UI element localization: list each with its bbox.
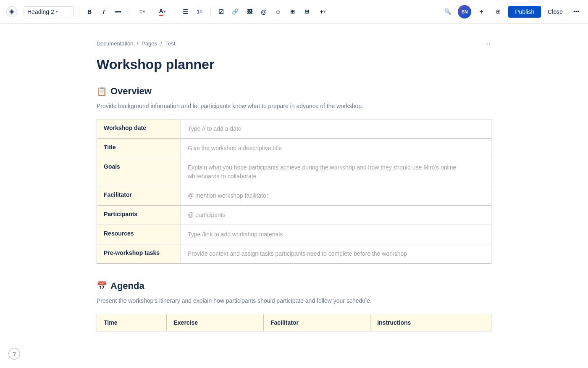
agenda-icon: 📅 [97, 281, 107, 291]
overview-section: 📋 Overview Provide background informatio… [97, 86, 491, 264]
heading-dropdown-label: Heading 2 [27, 8, 54, 15]
table-value-facilitator[interactable]: @ mention workshop facilitator [181, 186, 491, 206]
table-label-resources: Resources [97, 225, 181, 244]
columns-icon: ⊟ [304, 8, 309, 15]
more-dots-icon: ••• [573, 8, 579, 15]
table-row: Workshop date Type // to add a date [97, 119, 491, 139]
image-button[interactable]: 🖼 [243, 5, 256, 19]
bullet-list-button[interactable]: ☰ [178, 5, 192, 19]
insert-more-button[interactable]: + ▾ [314, 5, 331, 19]
breadcrumb-pages[interactable]: Pages [142, 40, 157, 47]
breadcrumb-sep-2: / [160, 40, 162, 47]
table-button[interactable]: ⊞ [286, 5, 299, 19]
agenda-heading-text: Agenda [110, 281, 144, 291]
table-label-facilitator: Facilitator [97, 186, 181, 206]
table-value-participants[interactable]: @ participants [181, 206, 491, 225]
overview-heading: 📋 Overview [97, 86, 491, 97]
search-icon: 🔍 [444, 8, 452, 15]
align-button[interactable]: ≡ ▾ [133, 5, 151, 19]
agenda-col-instructions: Instructions [370, 314, 491, 331]
expand-width-icon[interactable]: ↔ [485, 40, 491, 48]
table-value-resources[interactable]: Type /link to add workshop materials [181, 225, 491, 244]
breadcrumb-test[interactable]: Test [165, 40, 176, 47]
agenda-heading: 📅 Agenda [97, 281, 491, 291]
bold-icon: B [87, 8, 92, 15]
toolbar-divider-2 [129, 7, 129, 17]
numbered-list-icon: 1≡ [197, 9, 202, 15]
close-button[interactable]: Close [544, 6, 566, 18]
table-row: Goals Explain what you hope participants… [97, 158, 491, 186]
more-format-button[interactable]: ••• [111, 5, 125, 19]
link-icon: 🔗 [232, 8, 239, 15]
extra-options-button[interactable]: ••• [570, 5, 583, 19]
page-title[interactable]: Workshop planner [97, 57, 491, 72]
overview-icon: 📋 [97, 86, 107, 96]
list-group: ☰ 1≡ [178, 5, 206, 19]
more-format-icon: ••• [115, 8, 121, 15]
table-label-participants: Participants [97, 206, 181, 225]
align-chevron-icon: ▾ [143, 9, 145, 14]
template-icon: ⊞ [496, 8, 501, 15]
table-icon: ⊞ [290, 8, 295, 15]
color-text-icon: A [159, 8, 163, 16]
table-row: Title Give the workshop a descriptive ti… [97, 139, 491, 158]
color-chevron-icon: ▾ [163, 9, 165, 14]
bold-button[interactable]: B [83, 5, 96, 19]
table-label-preworkshop: Pre-workshop tasks [97, 244, 181, 264]
page-content: Documentation / Pages / Test ↔ Workshop … [63, 24, 525, 365]
table-label-goals: Goals [97, 158, 181, 186]
table-value-workshop-date[interactable]: Type // to add a date [181, 119, 491, 139]
help-button[interactable]: ? [8, 348, 20, 360]
align-icon: ≡ [139, 8, 142, 15]
agenda-table-header-row: Time Exercise Facilitator Instructions [97, 314, 491, 331]
link-button[interactable]: 🔗 [228, 5, 242, 19]
toolbar: Heading 2 ▾ B I ••• ≡ ▾ A ▾ ☰ 1≡ [0, 0, 588, 24]
add-collaborator-button[interactable]: + [475, 5, 488, 19]
plus-icon: + [320, 8, 323, 15]
task-icon: ☑ [218, 8, 224, 15]
bullet-list-icon: ☰ [183, 8, 188, 15]
columns-button[interactable]: ⊟ [300, 5, 313, 19]
app-logo [5, 5, 18, 19]
agenda-section: 📅 Agenda Present the workshop's itinerar… [97, 281, 491, 331]
italic-button[interactable]: I [97, 5, 110, 19]
emoji-button[interactable]: ☺ [271, 5, 285, 19]
table-value-goals[interactable]: Explain what you hope participants achie… [181, 158, 491, 186]
toolbar-right: 🔍 SN + ⊞ Publish Close ••• [441, 5, 583, 19]
table-row: Resources Type /link to add workshop mat… [97, 225, 491, 244]
breadcrumb-documentation[interactable]: Documentation [97, 40, 133, 47]
agenda-col-exercise: Exercise [167, 314, 264, 331]
table-value-title[interactable]: Give the workshop a descriptive title [181, 139, 491, 158]
template-button[interactable]: ⊞ [491, 5, 505, 19]
agenda-col-facilitator: Facilitator [264, 314, 370, 331]
text-format-group: B I ••• [83, 5, 125, 19]
help-icon: ? [13, 351, 16, 357]
overview-heading-text: Overview [110, 86, 152, 97]
chevron-down-icon: ▾ [56, 9, 58, 14]
numbered-list-button[interactable]: 1≡ [193, 5, 206, 19]
publish-button[interactable]: Publish [508, 6, 541, 18]
mention-icon: @ [261, 8, 267, 15]
insert-group: ☑ 🔗 🖼 @ ☺ ⊞ ⊟ + ▾ [214, 5, 331, 19]
toolbar-divider-3 [175, 7, 175, 17]
mention-button[interactable]: @ [257, 5, 270, 19]
table-row: Pre-workshop tasks Provide context and a… [97, 244, 491, 264]
heading-style-dropdown[interactable]: Heading 2 ▾ [24, 6, 74, 17]
search-button[interactable]: 🔍 [441, 5, 454, 19]
agenda-description: Present the workshop's itinerary and exp… [97, 297, 491, 305]
color-button[interactable]: A ▾ [153, 5, 171, 19]
agenda-col-time: Time [97, 314, 167, 331]
breadcrumb-sep-1: / [136, 40, 138, 47]
avatar[interactable]: SN [458, 5, 471, 19]
add-person-icon: + [480, 8, 483, 16]
toolbar-divider-4 [210, 7, 211, 17]
table-row: Facilitator @ mention workshop facilitat… [97, 186, 491, 206]
table-value-preworkshop[interactable]: Provide context and assign tasks partici… [181, 244, 491, 264]
image-icon: 🖼 [247, 8, 252, 15]
table-label-title: Title [97, 139, 181, 158]
table-row: Participants @ participants [97, 206, 491, 225]
task-button[interactable]: ☑ [214, 5, 228, 19]
agenda-table: Time Exercise Facilitator Instructions [97, 314, 491, 331]
avatar-initials: SN [462, 9, 468, 14]
table-label-workshop-date: Workshop date [97, 119, 181, 139]
